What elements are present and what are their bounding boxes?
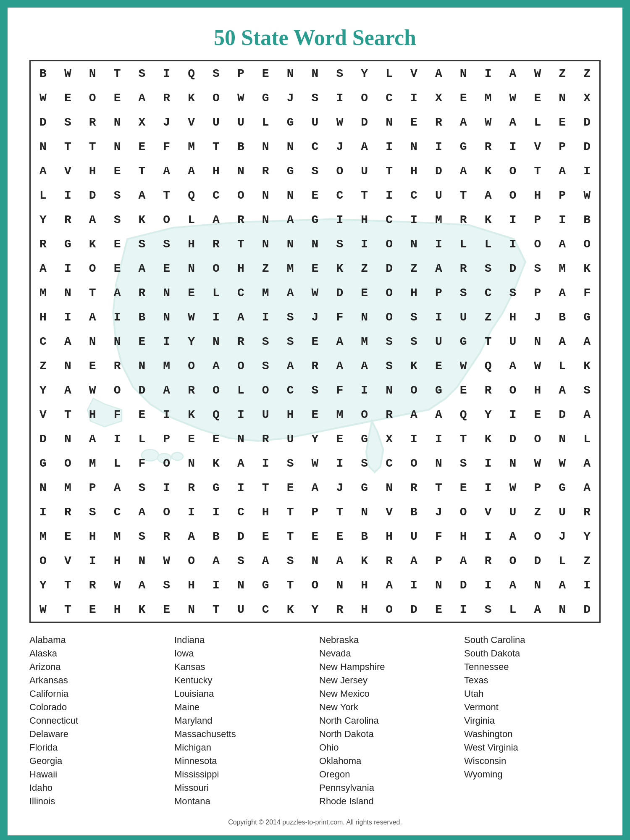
cell-5-20: H <box>525 183 550 207</box>
cell-22-4: K <box>129 597 154 622</box>
cell-2-5: J <box>154 110 179 134</box>
cell-5-8: O <box>228 183 253 207</box>
cell-2-21: E <box>550 110 575 134</box>
cell-14-8: I <box>228 402 253 427</box>
cell-18-12: T <box>327 500 352 524</box>
cell-7-13: I <box>352 232 377 256</box>
cell-9-9: M <box>253 281 278 305</box>
cell-17-10: E <box>278 475 303 500</box>
cell-4-2: H <box>80 159 105 183</box>
cell-11-15: S <box>402 329 426 354</box>
cell-1-12: I <box>327 86 352 110</box>
cell-9-10: A <box>278 281 303 305</box>
cell-14-19: I <box>501 402 525 427</box>
cell-6-13: H <box>352 207 377 232</box>
cell-20-15: A <box>402 549 426 573</box>
cell-20-22: Z <box>575 549 599 573</box>
cell-3-5: F <box>154 134 179 159</box>
cell-6-15: I <box>402 207 426 232</box>
cell-20-10: S <box>278 549 303 573</box>
cell-14-16: A <box>426 402 451 427</box>
cell-1-9: G <box>253 86 278 110</box>
cell-17-5: I <box>154 475 179 500</box>
cell-13-20: H <box>525 378 550 402</box>
cell-5-14: I <box>377 183 402 207</box>
cell-21-6: H <box>179 573 204 597</box>
cell-14-15: A <box>402 402 426 427</box>
cell-19-3: M <box>105 524 130 549</box>
cell-14-2: H <box>80 402 105 427</box>
word-item: Connecticut <box>29 715 166 726</box>
cell-17-11: A <box>303 475 328 500</box>
word-item: Delaware <box>29 729 166 740</box>
cell-4-1: V <box>55 159 80 183</box>
cell-4-13: U <box>352 159 377 183</box>
cell-15-22: L <box>575 427 599 451</box>
cell-8-15: Z <box>402 256 426 281</box>
cell-1-17: E <box>451 86 476 110</box>
cell-8-4: A <box>129 256 154 281</box>
word-item: Oregon <box>319 769 456 780</box>
cell-3-10: N <box>278 134 303 159</box>
cell-17-16: T <box>426 475 451 500</box>
cell-7-5: S <box>154 232 179 256</box>
cell-7-0: R <box>31 232 55 256</box>
cell-2-6: V <box>179 110 204 134</box>
cell-11-12: A <box>327 329 352 354</box>
cell-22-0: W <box>31 597 55 622</box>
word-item: Illinois <box>29 796 166 807</box>
cell-19-20: O <box>525 524 550 549</box>
cell-22-12: R <box>327 597 352 622</box>
cell-18-20: Z <box>525 500 550 524</box>
cell-4-4: T <box>129 159 154 183</box>
cell-1-20: E <box>525 86 550 110</box>
cell-16-17: S <box>451 451 476 475</box>
cell-17-12: J <box>327 475 352 500</box>
cell-10-9: I <box>253 305 278 329</box>
cell-2-8: U <box>228 110 253 134</box>
cell-2-9: L <box>253 110 278 134</box>
page-title: 50 State Word Search <box>25 25 605 50</box>
cell-8-9: Z <box>253 256 278 281</box>
cell-1-11: S <box>303 86 328 110</box>
cell-3-16: I <box>426 134 451 159</box>
cell-20-13: K <box>352 549 377 573</box>
cell-2-16: R <box>426 110 451 134</box>
cell-13-21: A <box>550 378 575 402</box>
cell-10-3: I <box>105 305 130 329</box>
cell-15-21: N <box>550 427 575 451</box>
word-list-col3: NebraskaNevadaNew HampshireNew JerseyNew… <box>319 635 456 807</box>
cell-4-17: A <box>451 159 476 183</box>
cell-20-1: V <box>55 549 80 573</box>
word-item: Alaska <box>29 648 166 659</box>
cell-15-4: L <box>129 427 154 451</box>
cell-11-14: S <box>377 329 402 354</box>
word-item: Alabama <box>29 635 166 646</box>
cell-2-13: D <box>352 110 377 134</box>
cell-15-18: K <box>476 427 501 451</box>
cell-12-4: N <box>129 354 154 378</box>
cell-10-6: W <box>179 305 204 329</box>
cell-10-21: B <box>550 305 575 329</box>
cell-10-11: J <box>303 305 328 329</box>
cell-10-5: N <box>154 305 179 329</box>
cell-18-3: C <box>105 500 130 524</box>
cell-9-13: E <box>352 281 377 305</box>
cell-12-20: W <box>525 354 550 378</box>
cell-10-20: J <box>525 305 550 329</box>
cell-1-16: X <box>426 86 451 110</box>
word-item: Georgia <box>29 756 166 766</box>
cell-19-9: E <box>253 524 278 549</box>
cell-16-1: O <box>55 451 80 475</box>
cell-1-18: M <box>476 86 501 110</box>
cell-5-11: E <box>303 183 328 207</box>
cell-11-2: N <box>80 329 105 354</box>
cell-18-14: V <box>377 500 402 524</box>
cell-13-8: L <box>228 378 253 402</box>
cell-3-6: M <box>179 134 204 159</box>
cell-14-5: I <box>154 402 179 427</box>
cell-21-2: R <box>80 573 105 597</box>
cell-21-9: G <box>253 573 278 597</box>
word-item: South Dakota <box>464 648 601 659</box>
cell-15-13: G <box>352 427 377 451</box>
